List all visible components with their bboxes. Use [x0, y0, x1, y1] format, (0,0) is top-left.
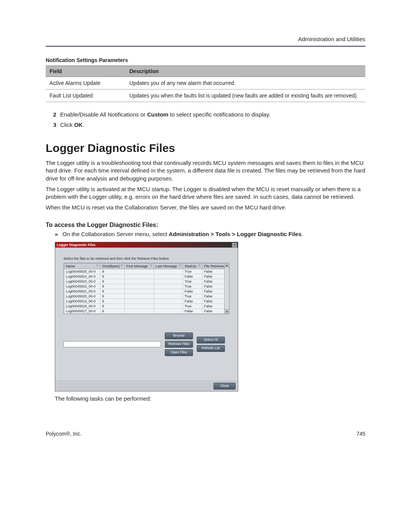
params-table-head-row: Field Description [46, 66, 365, 77]
cell-last [154, 308, 183, 313]
subheading: To access the Logger Diagnostic Files: [46, 222, 365, 228]
retrieve-files-button[interactable]: Retrieve Files [165, 341, 193, 348]
grid-scrollbar[interactable]: ▲ ▼ [224, 263, 229, 314]
cell-last [154, 284, 183, 289]
table-row[interactable]: Log00045825_00-08TrueFalse [64, 269, 229, 274]
table-row: Fault List Updated Updates you when the … [46, 89, 365, 102]
table-row[interactable]: Log00045823_00-08TrueFalse [64, 279, 229, 284]
paragraph-3: When the MCU is reset via the Collaborat… [46, 204, 365, 211]
bullet-mark: » [55, 231, 62, 237]
select-all-button[interactable]: Select All [197, 337, 225, 343]
logger-dialog: Logger Diagnostic Files × Select the fil… [55, 242, 238, 391]
table-row[interactable]: Log00045821_00-08FalseFalse [64, 289, 229, 294]
path-row: Browse Retrieve Files Open Files Select … [64, 332, 229, 356]
dialog-title: Logger Diagnostic Files [57, 243, 96, 247]
dialog-screenshot: Logger Diagnostic Files × Select the fil… [55, 242, 365, 391]
col-first[interactable]: First Message▽ [124, 263, 154, 269]
cell-size: 8 [100, 294, 124, 299]
cell-size: 8 [100, 299, 124, 304]
open-files-button[interactable]: Open Files [165, 349, 193, 356]
bullet-text: On the Collaboration Server menu, select… [62, 231, 303, 237]
col-last-label: Last Message [156, 264, 177, 268]
cell-startup: False [183, 274, 202, 279]
cell-name: Log00045817_00-0 [64, 308, 100, 313]
cell-first [124, 304, 154, 308]
step-text-bold: OK [74, 121, 83, 128]
filter-icon[interactable]: ▽ [150, 264, 153, 267]
table-row[interactable]: Log00045820_00-08TrueFalse [64, 294, 229, 299]
col-startup-label: StartUp [185, 264, 196, 268]
filter-icon[interactable]: ▽ [198, 264, 201, 267]
table-row: Active Alarms Update Updates you of any … [46, 77, 365, 89]
table-row[interactable]: Log00045824_00-08FalseFalse [64, 274, 229, 279]
scroll-down-icon[interactable]: ▼ [225, 309, 229, 314]
cell-size: 8 [100, 289, 124, 294]
cell-first [124, 274, 154, 279]
cell-name: Log00045823_00-0 [64, 279, 100, 284]
cell-first [124, 308, 154, 313]
bullet-text-bold: Administration > Tools > Logger Diagnost… [169, 231, 301, 237]
scroll-up-icon[interactable]: ▲ [225, 263, 229, 268]
col-size[interactable]: Size(Bytes)▽ [100, 263, 124, 269]
step-text-pre: Enable/Disable All Notifications or [60, 111, 147, 118]
grid-header-row: Name▽ Size(Bytes)▽ First Message▽ Last M… [64, 263, 229, 269]
table-row[interactable]: Log00045819_00-08FalseFalse [64, 299, 229, 304]
table-row[interactable]: Log00045817_00-08FalseFalse [64, 308, 229, 313]
dialog-body: Select the files to be retrieved and the… [56, 248, 237, 380]
cell-size: 8 [100, 274, 124, 279]
cell-last [154, 294, 183, 299]
cell-name: Log00045819_00-0 [64, 299, 100, 304]
button-column-1: Browse Retrieve Files Open Files [165, 332, 193, 356]
page: Administration and Utilities Notificatio… [0, 0, 411, 532]
close-button[interactable]: Close [213, 383, 236, 390]
col-startup[interactable]: StartUp▽ [183, 263, 202, 269]
cell-name: Log00045820_00-0 [64, 294, 100, 299]
filter-icon[interactable]: ▽ [121, 264, 124, 267]
section-heading: Logger Diagnostic Files [46, 142, 365, 155]
cell-last [154, 279, 183, 284]
col-last[interactable]: Last Message▽ [154, 263, 183, 269]
params-table-title: Notification Settings Parameters [46, 57, 365, 63]
page-footer-left: Polycom®, Inc. [46, 431, 81, 437]
table-row[interactable]: Log00045818_00-08TrueFalse [64, 304, 229, 308]
cell-size: 8 [100, 279, 124, 284]
step-text: Click OK. [60, 121, 84, 129]
col-size-label: Size(Bytes) [102, 264, 119, 268]
filter-icon[interactable]: ▽ [96, 264, 99, 267]
close-icon[interactable]: × [232, 243, 237, 248]
cell-name: Log00045818_00-0 [64, 304, 100, 308]
cell-last [154, 299, 183, 304]
browse-button[interactable]: Browse [165, 332, 193, 339]
cell-size: 8 [100, 308, 124, 313]
step-text-post: . [83, 121, 84, 128]
cell-startup: False [183, 308, 202, 313]
refresh-list-button[interactable]: Refresh List [197, 345, 225, 352]
page-header-right: Administration and Utilities [298, 36, 365, 42]
content: Notification Settings Parameters Field D… [46, 57, 365, 402]
table-row[interactable]: Log00045822_00-08TrueFalse [64, 284, 229, 289]
cell-startup: False [183, 289, 202, 294]
path-input[interactable] [64, 341, 161, 347]
cell-name: Log00045824_00-0 [64, 274, 100, 279]
step-number: 3 [46, 121, 56, 129]
step-text: Enable/Disable All Notifications or Cust… [60, 110, 270, 118]
cell-startup: True [183, 269, 202, 274]
cell-startup: True [183, 279, 202, 284]
params-th-desc: Description [126, 66, 365, 77]
bullet-text-pre: On the Collaboration Server menu, select [62, 231, 169, 237]
cell-first [124, 299, 154, 304]
col-name[interactable]: Name▽ [64, 263, 100, 269]
after-dialog-text: The following tasks can be performed: [55, 395, 365, 402]
bullet-text-post: . [301, 231, 303, 237]
step-number: 2 [46, 110, 56, 118]
file-grid: Name▽ Size(Bytes)▽ First Message▽ Last M… [64, 263, 229, 314]
step-3: 3 Click OK. [46, 121, 365, 129]
step-text-pre: Click [60, 121, 74, 128]
filter-icon[interactable]: ▽ [179, 264, 182, 267]
cell-first [124, 289, 154, 294]
cell-last [154, 274, 183, 279]
step-2: 2 Enable/Disable All Notifications or Cu… [46, 110, 365, 118]
cell-last [154, 304, 183, 308]
cell-startup: True [183, 304, 202, 308]
cell-name: Log00045825_00-0 [64, 269, 100, 274]
